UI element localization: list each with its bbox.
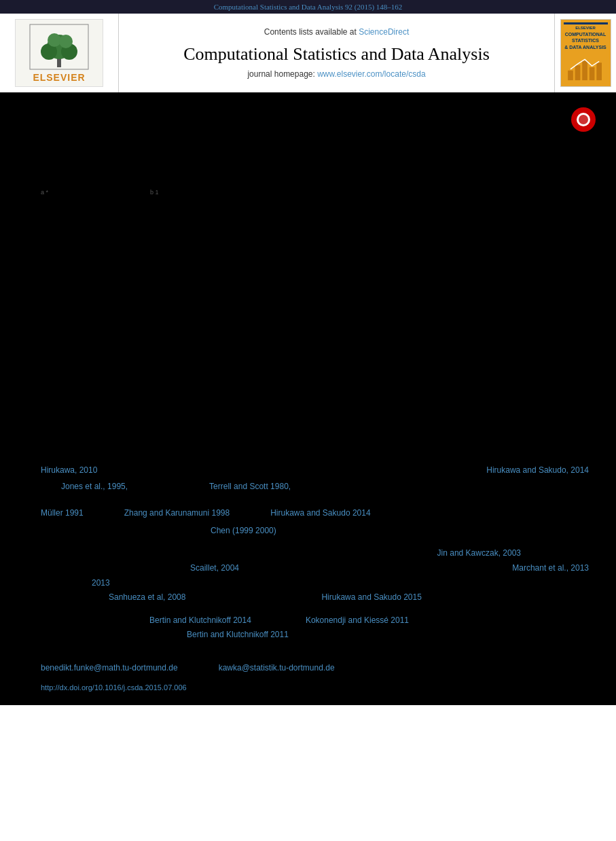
journal-header: ELSEVIER Contents lists available at Sci…	[0, 14, 616, 94]
ref-bertin-klutchnikoff-2011: Bertin and Klutchnikoff 2011	[187, 630, 289, 639]
ref-jones-1995: Jones et al., 1995,	[61, 480, 128, 495]
ref-kokonendji-kiesse-2011: Kokonendji and Kiessé 2011	[306, 613, 409, 628]
ref-row-4c: 2013	[41, 576, 589, 591]
ref-chen-1999-2000: Chen (1999 2000)	[211, 526, 276, 535]
ref-row-6a: Bertin and Klutchnikoff 2014 Kokonendji …	[149, 613, 589, 628]
svg-rect-8	[568, 71, 573, 80]
crossmark-icon[interactable]	[571, 107, 596, 132]
elsevier-logo-section: ELSEVIER	[0, 14, 119, 92]
author-a: a *	[41, 189, 48, 200]
crossmark-inner	[577, 113, 590, 126]
ref-hirukawa-sakudo-2014b: Hirukawa and Sakudo 2014	[270, 506, 370, 521]
journal-title-section: Contents lists available at ScienceDirec…	[119, 14, 555, 92]
ref-row-6b: Bertin and Klutchnikoff 2011	[187, 628, 589, 643]
ref-row-3b: Chen (1999 2000)	[211, 524, 589, 539]
ref-row-1: Hirukawa, 2010 Hirukawa and Sakudo, 2014	[41, 463, 589, 478]
svg-point-4	[48, 33, 61, 47]
svg-rect-10	[582, 60, 587, 80]
ref-row-2: Jones et al., 1995, Terrell and Scott 19…	[61, 480, 589, 495]
ref-jin-kawczak-2003: Jin and Kawczak, 2003	[437, 546, 521, 561]
science-direct-link[interactable]: ScienceDirect	[359, 27, 409, 37]
article-body-redacted	[41, 205, 589, 436]
elsevier-logo: ELSEVIER	[15, 19, 103, 87]
elsevier-wordmark: ELSEVIER	[33, 72, 85, 83]
author-b: b 1	[150, 189, 159, 200]
journal-reference-bar: Computational Statistics and Data Analys…	[0, 0, 616, 14]
journal-title: Computational Statistics and Data Analys…	[183, 43, 490, 65]
svg-rect-12	[596, 62, 602, 80]
journal-homepage-link[interactable]: www.elsevier.com/locate/csda	[317, 69, 425, 79]
ref-marchant-2013: Marchant et al., 2013	[512, 561, 589, 576]
ref-bertin-klutchnikoff-2014: Bertin and Klutchnikoff 2014	[149, 613, 251, 628]
elsevier-tree-icon	[29, 23, 90, 71]
ref-row-5: Sanhueza et al, 2008 Hirukawa and Sakudo…	[109, 590, 589, 605]
cover-blue-strip	[564, 22, 608, 24]
crossmark-check	[579, 115, 588, 124]
ref-zhang-karunamuni-1998: Zhang and Karunamuni 1998	[124, 506, 230, 521]
ref-row-4a: Jin and Kawczak, 2003	[41, 546, 521, 561]
ref-row-3: Müller 1991 Zhang and Karunamuni 1998 Hi…	[41, 506, 589, 521]
ref-muller-1991: Müller 1991	[41, 506, 84, 521]
article-title-section	[41, 148, 589, 175]
contact-email-2[interactable]: kawka@statistik.tu-dortmund.de	[219, 663, 335, 673]
svg-rect-9	[575, 65, 580, 80]
ref-marchant-2013-cont: 2013	[92, 578, 110, 588]
ref-hirukawa-sakudo-2015: Hirukawa and Sakudo 2015	[321, 590, 421, 605]
svg-point-5	[59, 35, 73, 48]
journal-homepage-text: journal homepage: www.elsevier.com/locat…	[247, 69, 425, 79]
journal-cover-section: ELSEVIER COMPUTATIONALSTATISTICS& DATA A…	[555, 14, 616, 92]
journal-reference-link[interactable]: Computational Statistics and Data Analys…	[214, 3, 403, 11]
references-section: Hirukawa, 2010 Hirukawa and Sakudo, 2014…	[41, 463, 589, 643]
ref-hirukawa-2010: Hirukawa, 2010	[41, 463, 97, 478]
author-line: a * b 1	[41, 189, 589, 200]
ref-sanhueza-2008: Sanhueza et al, 2008	[109, 590, 185, 605]
author-b-sup: b 1	[150, 189, 159, 196]
ref-scaillet-2004: Scaillet, 2004	[190, 561, 239, 576]
journal-cover-title: ELSEVIER COMPUTATIONALSTATISTICS& DATA A…	[564, 26, 606, 51]
science-direct-text: Contents lists available at ScienceDirec…	[264, 27, 409, 37]
svg-rect-11	[589, 67, 594, 80]
cover-chart-icon	[564, 51, 608, 84]
journal-cover-image: ELSEVIER COMPUTATIONALSTATISTICS& DATA A…	[560, 19, 611, 87]
doi-section: http://dx.doi.org/10.1016/j.csda.2015.07…	[41, 683, 589, 692]
contact-email-1[interactable]: benedikt.funke@math.tu-dortmund.de	[41, 663, 178, 673]
author-a-sup: a *	[41, 189, 48, 196]
main-content: a * b 1 Hirukawa, 2010 Hirukawa and Saku…	[0, 94, 616, 705]
ref-hirukawa-sakudo-2014a: Hirukawa and Sakudo, 2014	[486, 463, 589, 478]
ref-terrell-scott-1980: Terrell and Scott 1980,	[209, 480, 291, 495]
doi-link[interactable]: http://dx.doi.org/10.1016/j.csda.2015.07…	[41, 683, 187, 692]
contact-section: benedikt.funke@math.tu-dortmund.de kawka…	[41, 663, 589, 673]
ref-row-4b: Scaillet, 2004 Marchant et al., 2013	[41, 561, 589, 576]
